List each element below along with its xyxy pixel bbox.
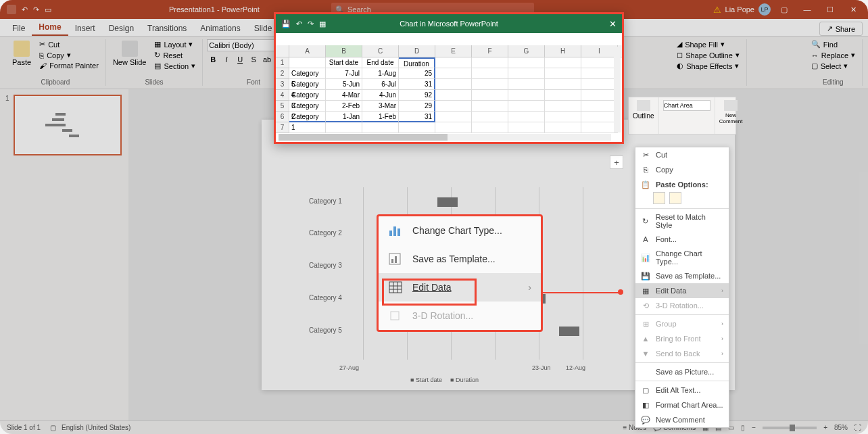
format-icon: ◧ bbox=[641, 400, 650, 410]
undo-icon[interactable]: ↶ bbox=[22, 5, 28, 14]
slide-counter: Slide 1 of 1 bbox=[7, 424, 41, 431]
shape-effects-button[interactable]: ◐Shape Effects ▾ bbox=[674, 61, 742, 71]
paste-option-1[interactable] bbox=[653, 192, 665, 204]
ctx-3d-rotation: ⟲3-D Rotation... bbox=[635, 298, 729, 313]
reset-icon: ↻ bbox=[641, 216, 650, 226]
ctx-alt-text[interactable]: ▢Edit Alt Text... bbox=[635, 383, 729, 397]
chart-element-buttons: + bbox=[610, 155, 623, 169]
maximize-icon[interactable]: ☐ bbox=[821, 3, 840, 16]
zoom-in-icon[interactable]: + bbox=[823, 424, 827, 431]
ctx-paste-options: 📋Paste Options: bbox=[635, 177, 729, 192]
tab-file[interactable]: File bbox=[5, 21, 32, 36]
popup-save-template[interactable]: Save as Template... bbox=[379, 245, 541, 273]
paste-icon bbox=[14, 41, 30, 57]
annotation-line bbox=[541, 292, 622, 293]
redo-icon[interactable]: ↷ bbox=[33, 5, 39, 14]
paste-button[interactable]: Paste bbox=[9, 39, 34, 68]
shape-fill-button[interactable]: ◢Shape Fill ▾ bbox=[674, 39, 742, 49]
excel-hscroll[interactable] bbox=[279, 134, 611, 141]
undo-icon[interactable]: ↶ bbox=[296, 20, 302, 28]
user-name: Lia Pope bbox=[725, 5, 754, 14]
template-icon: 💾 bbox=[641, 271, 650, 281]
tab-animations[interactable]: Animations bbox=[193, 21, 247, 36]
chart-element-select[interactable] bbox=[663, 100, 710, 111]
start-slideshow-icon[interactable]: ▭ bbox=[45, 5, 51, 14]
paste-option-2[interactable] bbox=[669, 192, 681, 204]
excel-close-icon[interactable]: ✕ bbox=[609, 19, 617, 29]
autosave-icon[interactable] bbox=[7, 5, 16, 14]
spell-icon[interactable]: ▢ bbox=[50, 424, 56, 431]
shadow-button[interactable]: ab bbox=[261, 53, 273, 66]
zoom-level[interactable]: 85% bbox=[834, 424, 848, 431]
chart-legend: ■ Start date ■ Duration bbox=[410, 377, 479, 383]
column-headers: A B C D E F G H I bbox=[276, 45, 622, 57]
tab-home[interactable]: Home bbox=[32, 20, 68, 36]
cut-button[interactable]: ✂Cut bbox=[37, 39, 101, 49]
context-menu: ✂Cut ⎘Copy 📋Paste Options: ↻Reset to Mat… bbox=[635, 147, 729, 428]
strike-button[interactable]: S bbox=[247, 53, 260, 66]
find-button[interactable]: 🔍Find bbox=[809, 39, 858, 49]
slideshow-view-icon[interactable]: ▯ bbox=[741, 424, 745, 431]
ctx-reset-style[interactable]: ↻Reset to Match Style bbox=[635, 210, 729, 232]
italic-button[interactable]: I bbox=[220, 53, 233, 66]
tab-insert[interactable]: Insert bbox=[68, 21, 102, 36]
ctx-save-picture[interactable]: Save as Picture... bbox=[635, 364, 729, 379]
new-slide-button[interactable]: New Slide bbox=[110, 39, 149, 68]
warning-icon[interactable]: ⚠ bbox=[713, 5, 721, 15]
chart-format-ribbon: Outline New Comment bbox=[628, 97, 736, 135]
format-painter-button[interactable]: 🖌Format Painter bbox=[37, 61, 101, 70]
slides-label: Slides bbox=[110, 77, 198, 86]
underline-button[interactable]: U bbox=[234, 53, 246, 66]
svg-rect-4 bbox=[391, 259, 393, 263]
share-icon: ↗ bbox=[827, 24, 833, 33]
shape-outline-button[interactable]: ◻Shape Outline ▾ bbox=[674, 50, 742, 60]
layout-button[interactable]: ▦Layout ▾ bbox=[151, 39, 198, 49]
ctx-format-chart-area[interactable]: ◧Format Chart Area... bbox=[635, 397, 729, 412]
ctx-new-comment[interactable]: 💬New Comment bbox=[635, 412, 729, 427]
bold-button[interactable]: B bbox=[207, 53, 219, 66]
svg-rect-11 bbox=[391, 312, 399, 320]
zoom-out-icon[interactable]: − bbox=[752, 424, 756, 431]
cell-grid[interactable]: Start date End date Duration Category 5 … bbox=[289, 57, 618, 133]
fit-window-icon[interactable]: ⛶ bbox=[854, 424, 861, 431]
zoom-slider[interactable] bbox=[763, 427, 817, 429]
font-icon: A bbox=[641, 235, 650, 244]
svg-rect-2 bbox=[397, 228, 400, 236]
share-button[interactable]: ↗ Share bbox=[819, 22, 863, 36]
ctx-font[interactable]: AFont... bbox=[635, 232, 729, 247]
close-icon[interactable]: ✕ bbox=[844, 3, 863, 16]
slide-thumbnail[interactable]: 1 bbox=[5, 95, 123, 155]
save-icon[interactable]: 💾 bbox=[281, 20, 291, 28]
replace-button[interactable]: ↔Replace ▾ bbox=[809, 50, 858, 60]
user-avatar[interactable]: LP bbox=[758, 3, 771, 16]
redo-icon[interactable]: ↷ bbox=[308, 20, 314, 28]
popup-change-chart-type[interactable]: Change Chart Type... bbox=[379, 216, 541, 245]
select-button[interactable]: ▢Select ▾ bbox=[809, 61, 858, 71]
ctx-change-chart-type[interactable]: 📊Change Chart Type... bbox=[635, 247, 729, 268]
copy-icon: ⎘ bbox=[641, 165, 650, 174]
section-button[interactable]: ▤Section ▾ bbox=[151, 61, 198, 71]
outline-icon bbox=[637, 100, 650, 111]
editing-label: Editing bbox=[809, 77, 858, 86]
fill-icon: ◢ bbox=[677, 40, 682, 49]
font-name-select[interactable] bbox=[207, 39, 274, 51]
comment-icon bbox=[724, 100, 738, 111]
tab-design[interactable]: Design bbox=[102, 21, 141, 36]
copy-button[interactable]: ⎘Copy ▾ bbox=[37, 50, 101, 60]
ctx-cut[interactable]: ✂Cut bbox=[635, 147, 729, 162]
reset-button[interactable]: ↻Reset bbox=[151, 50, 198, 60]
minimize-icon[interactable]: — bbox=[798, 3, 817, 16]
chart-elements-icon[interactable]: + bbox=[610, 155, 623, 169]
ctx-save-template[interactable]: 💾Save as Template... bbox=[635, 268, 729, 283]
svg-rect-0 bbox=[389, 231, 392, 236]
template-icon bbox=[388, 251, 404, 266]
rotation-icon bbox=[388, 308, 404, 323]
ctx-copy[interactable]: ⎘Copy bbox=[635, 162, 729, 177]
new-slide-icon bbox=[122, 41, 138, 57]
ribbon-options-icon[interactable]: ▢ bbox=[775, 3, 794, 16]
tab-transitions[interactable]: Transitions bbox=[141, 21, 193, 36]
excel-vscroll[interactable] bbox=[614, 47, 621, 132]
ctx-edit-data[interactable]: ▦Edit Data› bbox=[635, 283, 729, 298]
language-indicator[interactable]: English (United States) bbox=[62, 424, 130, 431]
sheet-icon[interactable]: ▦ bbox=[319, 20, 326, 28]
